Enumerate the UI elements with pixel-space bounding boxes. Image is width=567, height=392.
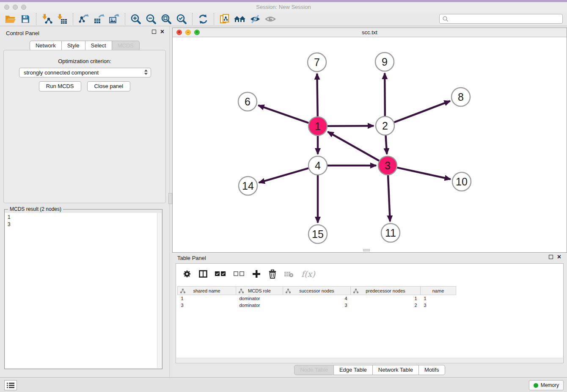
table-cell[interactable]: 1 — [351, 295, 421, 302]
result-scrollbar[interactable] — [157, 213, 162, 368]
search-input[interactable] — [449, 14, 562, 23]
graph-edge-1-7[interactable] — [317, 74, 317, 116]
table-tab-network-table[interactable]: Network Table — [373, 365, 419, 375]
export-network-button[interactable] — [76, 13, 91, 25]
mcds-tab-content: Optimization criterion: strongly connect… — [3, 50, 166, 203]
titlebar: Session: New Session — [0, 2, 567, 12]
task-history-button[interactable] — [4, 380, 17, 390]
table-panel-header: Table Panel × — [172, 253, 567, 263]
select-all-columns-button[interactable] — [215, 271, 226, 276]
graph-node-11[interactable]: 11 — [381, 224, 400, 242]
show-all-button[interactable] — [263, 13, 278, 25]
export-table-button[interactable] — [91, 13, 107, 25]
close-panel-button[interactable]: Close panel — [87, 81, 131, 91]
memory-button[interactable]: Memory — [529, 380, 564, 390]
table-cell[interactable]: 1 — [421, 295, 456, 302]
table-cell[interactable]: dominator — [236, 295, 283, 302]
table-cell[interactable]: 1 — [178, 295, 236, 302]
close-table-panel-icon[interactable]: × — [557, 255, 561, 259]
open-session-button[interactable] — [3, 13, 18, 25]
column-header-successor-nodes[interactable]: successor nodes — [283, 287, 351, 295]
graph-node-14[interactable]: 14 — [239, 177, 257, 195]
add-column-button[interactable] — [252, 270, 261, 278]
clone-network-button[interactable] — [217, 13, 232, 25]
graph-node-6[interactable]: 6 — [238, 92, 257, 111]
zoom-out-button[interactable] — [143, 13, 159, 25]
column-header-name[interactable]: name — [421, 287, 456, 295]
float-panel-icon[interactable] — [152, 30, 156, 34]
hide-selected-button[interactable] — [248, 13, 263, 25]
table-cell[interactable]: 3 — [283, 302, 351, 309]
mcds-result-box: MCDS result (2 nodes) 1 3 — [4, 209, 162, 369]
float-table-panel-icon[interactable] — [549, 255, 553, 259]
column-header-MCDS-role[interactable]: MCDS role — [236, 287, 283, 295]
table-tab-node-table[interactable]: Node Table — [294, 365, 334, 375]
svg-text:4: 4 — [315, 160, 321, 171]
graph-edge-2-9[interactable] — [385, 73, 385, 116]
search-box[interactable] — [439, 14, 563, 24]
node-table-content: f(x) shared nameMCDS rolesuccessor nodes… — [176, 263, 564, 363]
table-cell[interactable]: 3 — [421, 302, 456, 309]
table-settings-button[interactable] — [183, 270, 191, 278]
graph-node-4[interactable]: 4 — [308, 156, 327, 175]
graph-edge-2-3[interactable] — [385, 135, 387, 154]
table-cell[interactable]: 2 — [351, 302, 421, 309]
graph-node-7[interactable]: 7 — [308, 53, 326, 72]
graph-node-1[interactable]: 1 — [308, 117, 327, 135]
table-row[interactable]: 1dominator411 — [178, 295, 456, 302]
import-table-button[interactable] — [55, 13, 70, 25]
graph-edge-3-11[interactable] — [388, 175, 390, 221]
function-builder-button[interactable]: f(x) — [301, 269, 315, 279]
graph-edge-4-14[interactable] — [259, 168, 308, 182]
graph-edge-1-2[interactable] — [328, 126, 374, 126]
graph-node-10[interactable]: 10 — [452, 172, 471, 191]
mcds-result-text[interactable]: 1 3 — [5, 213, 157, 368]
graph-edge-2-8[interactable] — [394, 101, 450, 122]
graph-node-3[interactable]: 3 — [378, 156, 397, 175]
vertical-splitter-handle[interactable] — [168, 193, 172, 204]
run-mcds-button[interactable]: Run MCDS — [39, 81, 81, 91]
zoom-fit-button[interactable] — [159, 13, 174, 25]
table-cell[interactable]: 4 — [283, 295, 351, 302]
optimization-criterion-label: Optimization criterion: — [4, 58, 165, 64]
network-canvas[interactable]: 7968124314101511 — [173, 37, 567, 252]
graph-node-15[interactable]: 15 — [308, 225, 327, 243]
columns-icon — [199, 270, 207, 278]
column-layout-button[interactable] — [199, 270, 207, 278]
table-row[interactable]: 3dominator323 — [178, 302, 456, 309]
tab-style[interactable]: Style — [62, 41, 85, 51]
column-header-predecessor-nodes[interactable]: predecessor nodes — [351, 287, 421, 295]
graph-edge-3-10[interactable] — [397, 168, 450, 179]
graph-node-9[interactable]: 9 — [375, 52, 394, 71]
zoom-selected-button[interactable] — [174, 13, 189, 25]
export-image-button[interactable] — [107, 13, 122, 25]
table-cell[interactable]: dominator — [236, 302, 283, 309]
import-network-button[interactable] — [39, 13, 55, 25]
gear-icon — [183, 270, 191, 278]
save-session-button[interactable] — [18, 13, 33, 25]
table-tab-motifs[interactable]: Motifs — [419, 365, 445, 375]
graph-node-2[interactable]: 2 — [376, 116, 394, 135]
delete-table-button[interactable] — [284, 271, 294, 277]
column-header-shared-name[interactable]: shared name — [178, 287, 236, 295]
delete-column-button[interactable] — [268, 269, 277, 279]
network-window-titlebar[interactable]: × − + scc.txt — [173, 28, 567, 37]
graph-node-8[interactable]: 8 — [451, 88, 470, 106]
zoom-in-button[interactable] — [128, 13, 143, 25]
horizontal-splitter-handle[interactable] — [363, 249, 370, 251]
deselect-all-columns-button[interactable] — [234, 271, 245, 276]
table-panel-title: Table Panel — [177, 255, 206, 261]
refresh-layout-button[interactable] — [195, 13, 211, 25]
table-tab-edge-table[interactable]: Edge Table — [334, 365, 373, 375]
criterion-dropdown[interactable]: strongly connected component — [19, 68, 151, 77]
tab-select[interactable]: Select — [85, 41, 112, 51]
table-cell[interactable]: 3 — [178, 302, 236, 309]
graph-edge-1-6[interactable] — [258, 105, 308, 123]
first-neighbors-button[interactable] — [232, 13, 248, 25]
tab-network[interactable]: Network — [30, 41, 62, 51]
table-toolbar: f(x) — [176, 264, 563, 284]
table-horizontal-scrollbar[interactable] — [176, 358, 563, 362]
close-panel-icon[interactable]: × — [160, 30, 164, 34]
graph-edge-3-1[interactable] — [328, 132, 379, 160]
tab-mcds[interactable]: MCDS — [112, 41, 140, 51]
